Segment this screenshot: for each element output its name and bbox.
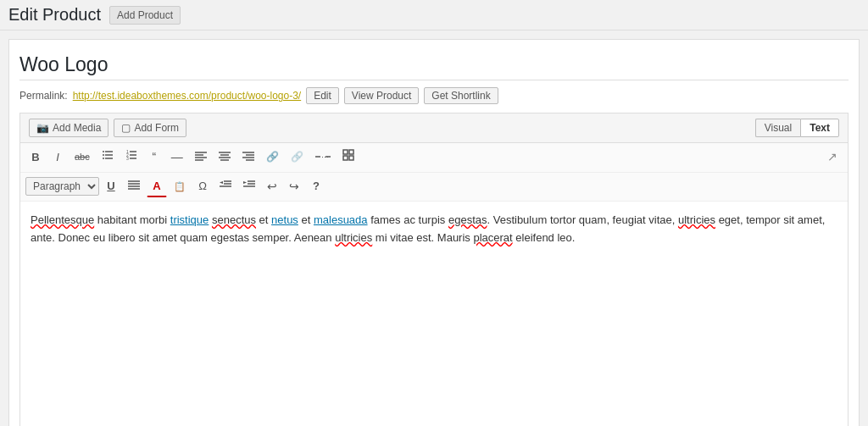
insert-char-button[interactable]: Ω	[192, 176, 213, 196]
redo-button[interactable]: ↪	[284, 176, 304, 198]
insert-link-button[interactable]: 🔗	[261, 147, 284, 167]
get-shortlink-button[interactable]: Get Shortlink	[424, 87, 498, 104]
svg-text:3: 3	[126, 156, 129, 161]
toolbar-row2: Paragraph Heading 1 Heading 2 Heading 3 …	[20, 173, 848, 202]
svg-marker-42	[243, 181, 247, 184]
add-form-label: Add Form	[134, 122, 179, 134]
content-area: Permalink: http://test.ideaboxthemes.com…	[8, 39, 860, 426]
editor-top-left: 📷 Add Media ▢ Add Form	[29, 119, 186, 137]
media-icon: 📷	[36, 122, 49, 134]
word-pellentesque: Pellentesque	[31, 213, 94, 226]
add-form-button[interactable]: ▢ Add Form	[114, 119, 186, 137]
paragraph-select[interactable]: Paragraph Heading 1 Heading 2 Heading 3	[25, 177, 99, 196]
svg-rect-27	[343, 150, 348, 154]
toolbar-row1: B I abc 123 “ — 🔗 🔗 ⋯	[20, 143, 848, 173]
indent-button[interactable]	[238, 176, 260, 196]
align-left-button[interactable]	[190, 147, 212, 168]
svg-point-5	[103, 158, 104, 159]
unlink-button[interactable]: 🔗	[286, 147, 309, 167]
paste-word-button[interactable]: 📋	[169, 178, 191, 196]
page-title: Edit Product	[8, 5, 101, 25]
unordered-list-button[interactable]	[97, 147, 119, 168]
link-tristique[interactable]: tristique	[170, 213, 209, 226]
svg-text:⋯: ⋯	[320, 153, 328, 161]
text-tab[interactable]: Text	[800, 119, 839, 137]
bold-button[interactable]: B	[25, 147, 46, 168]
expand-button[interactable]: ↗	[822, 147, 843, 169]
editor-tabs: Visual Text	[755, 119, 839, 137]
permalink-url[interactable]: http://test.ideaboxthemes.com/product/wo…	[73, 90, 301, 102]
view-product-button[interactable]: View Product	[344, 87, 419, 104]
svg-marker-38	[220, 181, 223, 184]
editor-body[interactable]: Pellentesque habitant morbi tristique se…	[20, 202, 848, 426]
page-header: Edit Product Add Product	[0, 0, 868, 30]
ordered-list-button[interactable]: 123	[120, 147, 142, 168]
svg-rect-29	[343, 156, 348, 160]
outdent-button[interactable]	[214, 176, 236, 196]
editor-wrapper: 📷 Add Media ▢ Add Form Visual Text B I a…	[19, 113, 849, 426]
word-senectus: senectus	[212, 213, 256, 226]
underline-button[interactable]: U	[101, 176, 121, 196]
svg-point-4	[103, 154, 104, 156]
word-ultricies: ultricies	[678, 213, 715, 226]
link-malesuada[interactable]: malesuada	[314, 213, 368, 226]
svg-rect-30	[349, 156, 353, 160]
italic-button[interactable]: I	[47, 147, 68, 168]
product-title-input[interactable]	[19, 50, 849, 80]
undo-button[interactable]: ↩	[262, 176, 282, 198]
editor-content: Pellentesque habitant morbi tristique se…	[31, 212, 837, 247]
word-placerat: placerat	[473, 231, 512, 244]
align-center-button[interactable]	[214, 147, 236, 168]
permalink-edit-button[interactable]: Edit	[306, 87, 339, 104]
horizontal-rule-button[interactable]: —	[166, 147, 188, 169]
help-button[interactable]: ?	[306, 176, 326, 196]
permalink-label: Permalink:	[19, 90, 68, 102]
word-egestas1: egestas	[448, 213, 487, 226]
strikethrough-button[interactable]: abc	[70, 148, 95, 166]
svg-point-3	[103, 151, 104, 152]
link-netus[interactable]: netus	[271, 213, 298, 226]
blockquote-button[interactable]: “	[144, 147, 164, 169]
justify-button[interactable]	[123, 176, 145, 196]
toggle-fullscreen-button[interactable]	[337, 147, 359, 168]
permalink-row: Permalink: http://test.ideaboxthemes.com…	[19, 87, 849, 104]
align-right-button[interactable]	[237, 147, 259, 168]
word-ultricies2: ultricies	[335, 231, 372, 244]
add-media-label: Add Media	[53, 122, 101, 134]
add-media-button[interactable]: 📷 Add Media	[29, 119, 108, 137]
add-product-button[interactable]: Add Product	[109, 6, 181, 25]
font-color-button[interactable]: A	[147, 176, 167, 197]
visual-tab[interactable]: Visual	[755, 119, 800, 137]
insert-more-button[interactable]: ⋯	[310, 147, 336, 168]
form-icon: ▢	[121, 122, 131, 134]
svg-rect-28	[349, 150, 353, 154]
editor-top-bar: 📷 Add Media ▢ Add Form Visual Text	[20, 113, 848, 143]
